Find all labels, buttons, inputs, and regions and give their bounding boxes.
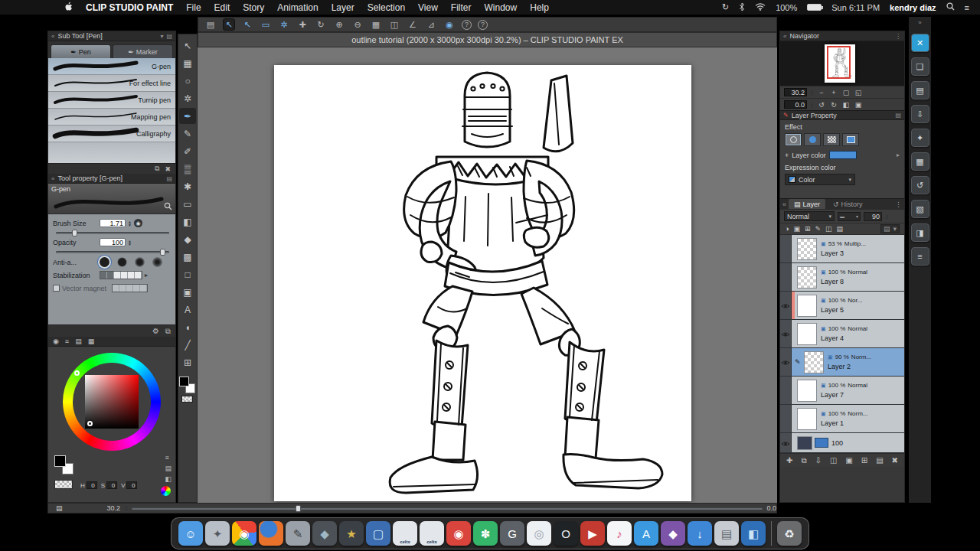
nav-flip-icon[interactable]: ◧	[841, 101, 851, 109]
object-select-icon[interactable]: ↖	[223, 18, 235, 31]
layer-row[interactable]: ▣ 100 % Normal Layer 8	[780, 263, 904, 292]
tone-effect-button[interactable]	[823, 133, 840, 146]
menu-item[interactable]: File	[186, 2, 201, 13]
download-app[interactable]: ↓	[688, 521, 712, 546]
nav-reset-icon[interactable]: ▣	[854, 101, 863, 109]
fast-user-switch[interactable]: kendry diaz	[890, 3, 936, 12]
hue-marker[interactable]	[74, 370, 80, 376]
layer-row[interactable]: ▣ 100 % Nor... Layer 5	[780, 292, 904, 320]
subtool-item[interactable]: Calligraphy	[48, 126, 175, 142]
balloon-tool[interactable]: ◖	[179, 319, 196, 335]
layer-thumbnail[interactable]	[797, 295, 817, 317]
transfer-down-icon[interactable]: ⇩	[815, 456, 822, 465]
lock-icon[interactable]: ▣	[793, 225, 800, 233]
layer-color-arrow-icon[interactable]: ▸	[897, 152, 900, 158]
expression-color-dropdown[interactable]: Color ▾	[785, 174, 855, 185]
grid-icon[interactable]: ▦	[370, 18, 382, 31]
red-app[interactable]: ◉	[446, 521, 471, 546]
material-button[interactable]: ▤	[911, 81, 929, 99]
panel-menu-icon[interactable]: ▤	[895, 112, 901, 119]
color-picker-icon[interactable]	[161, 486, 171, 496]
dark-app[interactable]: ◆	[312, 521, 337, 546]
stabilization-segments[interactable]	[100, 271, 142, 279]
collapse-panel-icon[interactable]: «	[783, 33, 786, 40]
nav-fit-screen-icon[interactable]: ▢	[841, 89, 851, 96]
merge-down-icon[interactable]: ◫	[830, 456, 837, 465]
anti-aliasing-strong-option[interactable]	[152, 257, 162, 267]
frame-border-tool[interactable]: ▣	[179, 284, 196, 300]
menubar-clock[interactable]: Sun 6:11 PM	[831, 3, 880, 12]
stabilization-expand-icon[interactable]: ▸	[145, 272, 148, 279]
eye-icon[interactable]	[781, 355, 790, 369]
layer-visibility-cell[interactable]	[780, 377, 792, 404]
decoration-panel-button[interactable]: ✦	[911, 129, 929, 147]
light-app[interactable]: ◎	[527, 521, 551, 546]
zoom-in-icon[interactable]: ⊕	[333, 18, 345, 31]
new-layer-icon[interactable]: ✚	[786, 456, 792, 465]
blend-tool[interactable]: ◧	[179, 214, 196, 230]
menu-item[interactable]: Story	[243, 2, 264, 13]
menu-item[interactable]: Edit	[214, 2, 230, 13]
color-set-tab-icon[interactable]: ▤	[75, 337, 82, 345]
magic-wand-tool[interactable]: ✲	[179, 90, 196, 106]
nav-zoom-out-icon[interactable]: −	[817, 89, 826, 96]
settings-wrench-icon[interactable]: ⚙	[152, 327, 159, 335]
slider-list-icon[interactable]: ≡	[165, 454, 172, 461]
canvas-area[interactable]	[198, 47, 777, 503]
hsv-value[interactable]: 0	[126, 481, 137, 489]
color-history-icon[interactable]: ◧	[165, 475, 172, 483]
pan-hand-icon[interactable]: ✚	[296, 18, 309, 31]
silver-app[interactable]: ▤	[714, 521, 739, 546]
layer-row[interactable]: ✎ ▣ 90 % Norm... Layer 2	[780, 348, 904, 377]
list-panel-button[interactable]: ≡	[911, 247, 929, 266]
navigator-view-rect[interactable]	[827, 46, 851, 79]
layer-opacity-stepper[interactable]: ▲▼	[885, 214, 889, 220]
border-effect-on-button[interactable]	[804, 133, 821, 146]
snap-angle-icon[interactable]: ∠	[407, 18, 419, 31]
celtx[interactable]: celtx	[393, 521, 417, 546]
navigator-zoom-stepper[interactable]: ▲▼	[810, 90, 814, 96]
opacity-input[interactable]: 100	[100, 238, 126, 246]
status-view-icon[interactable]: ▤	[56, 504, 63, 512]
draft-layer-icon[interactable]: ✎	[815, 225, 822, 233]
subtool-item[interactable]: G-pen	[48, 58, 175, 75]
zoom-out-icon[interactable]: ⊖	[351, 18, 364, 31]
eye-icon[interactable]	[781, 436, 790, 450]
layer-name[interactable]: Layer 5	[821, 306, 904, 314]
nav-rotate-right-icon[interactable]: ↻	[829, 101, 838, 109]
enable-mask-icon[interactable]: ◫	[825, 225, 832, 233]
status-rotation-value[interactable]: 0.0	[766, 504, 776, 512]
star-app[interactable]: ★	[339, 521, 364, 546]
apple-menu-icon[interactable]	[64, 2, 73, 14]
nav-rotate-left-icon[interactable]: ↺	[817, 101, 826, 109]
move-tool[interactable]: ↖	[179, 37, 196, 54]
panel-dots-icon[interactable]: ⋮	[895, 201, 902, 208]
menu-item[interactable]: Animation	[277, 2, 318, 13]
eye-icon[interactable]	[781, 298, 790, 312]
menu-item[interactable]: Layer	[332, 2, 354, 13]
layer-row[interactable]: ▣ 53 % Multip... Layer 3	[780, 235, 904, 263]
status-zoom-value[interactable]: 30.2	[107, 504, 121, 512]
celtx-2[interactable]: celtx	[420, 521, 444, 546]
lasso-tool[interactable]: ○	[179, 73, 196, 89]
border-effect-off-button[interactable]	[785, 133, 802, 146]
airbrush-tool[interactable]: ▒	[179, 161, 196, 177]
opacity-stepper[interactable]: ▲▼	[128, 240, 132, 246]
color-wheel[interactable]	[63, 353, 161, 451]
layer-row[interactable]: ▣ 100 % Normal Layer 4	[780, 320, 904, 348]
layer-name[interactable]: Layer 4	[821, 334, 904, 342]
hsv-field[interactable]: H 0	[80, 481, 97, 489]
pattern-panel-button[interactable]: ▧	[911, 200, 929, 218]
transparent-color-chip[interactable]	[54, 480, 73, 489]
opacity-combo-slider[interactable]: ▬▾	[838, 212, 861, 221]
quick-access-button[interactable]: ❏	[911, 57, 929, 76]
snap-special-icon[interactable]: ⊿	[425, 18, 437, 31]
subtool-tab[interactable]: ✒ Pen	[51, 44, 111, 58]
layer-row[interactable]: ▣ 100 % Norm... Layer 1	[780, 405, 904, 433]
spotlight-icon[interactable]	[946, 2, 955, 12]
layer-thumbnail[interactable]	[797, 238, 817, 260]
delete-subtool-icon[interactable]: ✖	[165, 165, 171, 173]
layer-visibility-cell[interactable]	[780, 348, 792, 376]
color-wheel-tab-icon[interactable]: ◉	[53, 337, 59, 345]
pen-tool[interactable]: ✒	[179, 108, 196, 124]
